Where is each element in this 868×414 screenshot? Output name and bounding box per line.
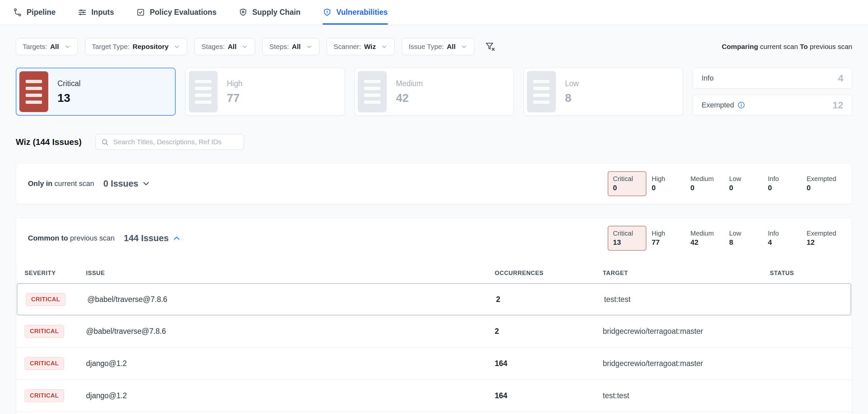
table-row[interactable]: CRITICAL @babel/traverse@7.8.6 2 test:te… [17,283,851,316]
inputs-icon [78,8,87,17]
filter-target-type[interactable]: Target Type: Repository [85,38,187,55]
tab-supply-chain[interactable]: Supply Chain [239,0,300,25]
severity-card-label: Low [565,79,579,88]
target-cell: bridgecrewio/terragoat:master [603,359,770,368]
group-label: Only in current scan [28,179,94,188]
search-input[interactable] [113,138,238,146]
col-header-severity: SEVERITY [25,270,86,277]
tab-vulnerabilities[interactable]: Vulnerabilities [323,0,388,25]
tab-label: Vulnerabilities [336,8,388,17]
chip-low[interactable]: Low 0 [724,171,763,196]
search-box[interactable] [96,134,244,150]
comparing-label: Comparing current scan To previous scan [721,43,852,51]
severity-badge: CRITICAL [26,293,65,306]
severity-card-label: Medium [396,79,423,88]
chip-high[interactable]: High 0 [646,171,685,196]
filter-scanner[interactable]: Scanner: Wiz [327,38,395,55]
severity-cards-row: Critical 13 High 77 Medium 42 Low 8 Info… [16,68,852,116]
filter-steps[interactable]: Steps: All [262,38,319,55]
exempted-card-label: Exempted [702,101,734,110]
chip-medium[interactable]: Medium 42 [685,226,724,251]
chevron-down-icon [142,179,151,188]
group-only-in-current-scan: Only in current scan 0 Issues Critical 0… [16,163,852,204]
table-header: SEVERITY ISSUE OCCURRENCES TARGET STATUS [16,259,852,283]
occurrences-cell: 2 [496,295,604,304]
group-count-toggle[interactable]: 0 Issues [103,179,151,189]
col-header-issue: ISSUE [86,270,495,277]
severity-card-critical[interactable]: Critical 13 [16,68,176,116]
group-header: Only in current scan 0 Issues Critical 0… [16,163,852,204]
tab-label: Inputs [91,8,114,17]
info-card-label: Info [702,74,714,83]
info-card[interactable]: Info 4 [693,68,852,89]
occurrences-cell: 164 [495,359,603,368]
filter-value: Repository [133,43,169,51]
occurrences-cell: 164 [495,391,603,400]
exempted-card[interactable]: Exempted 12 [693,95,852,116]
filter-label: Stages: [201,43,224,51]
chevron-down-icon [64,43,71,50]
chip-exempted[interactable]: Exempted 12 [801,226,840,251]
severity-list-icon [19,71,48,112]
chip-exempted[interactable]: Exempted 0 [801,171,840,196]
chip-critical[interactable]: Critical 0 [608,171,646,196]
table-row[interactable]: CRITICAL @babel/traverse@7.8.6 2 bridgec… [16,316,852,348]
search-icon [101,138,108,146]
chevron-down-icon [381,43,388,50]
chip-info[interactable]: Info 0 [763,171,801,196]
chip-high[interactable]: High 77 [646,226,685,251]
group-count-toggle[interactable]: 144 Issues [124,233,181,243]
filter-stages[interactable]: Stages: All [194,38,255,55]
severity-list-icon [358,71,387,112]
vulnerabilities-icon [323,8,332,17]
col-header-target: TARGET [603,270,770,277]
col-header-status: STATUS [770,270,852,277]
chip-medium[interactable]: Medium 0 [685,171,724,196]
scanner-section-title: Wiz (144 Issues) [16,137,82,147]
tab-label: Policy Evaluations [150,8,216,17]
severity-chips: Critical 0 High 0 Medium 0 Low 0 Info 0 … [608,171,840,196]
severity-card-label: Critical [57,79,81,88]
tab-policy-evaluations[interactable]: Policy Evaluations [136,0,216,25]
chip-info[interactable]: Info 4 [763,226,801,251]
target-cell: bridgecrewio/terragoat:master [603,327,770,336]
chip-low[interactable]: Low 8 [724,226,763,251]
exempted-card-value: 12 [833,99,843,111]
tab-label: Supply Chain [252,8,300,17]
group-common-to-previous-scan: Common to previous scan 144 Issues Criti… [16,217,852,414]
filter-label: Scanner: [334,43,361,51]
severity-card-medium[interactable]: Medium 42 [354,68,514,116]
info-icon[interactable] [737,101,745,109]
severity-badge: CRITICAL [25,389,64,402]
table-row[interactable]: CRITICAL django@1.2 164 bridgecrewio/ter… [16,348,852,380]
filter-value: All [228,43,237,51]
chevron-down-icon [306,43,313,50]
severity-card-low[interactable]: Low 8 [524,68,683,116]
issue-cell: @babel/traverse@7.8.6 [86,327,495,336]
severity-card-high[interactable]: High 77 [185,68,345,116]
chevron-up-icon [172,234,181,243]
group-header: Common to previous scan 144 Issues Criti… [16,218,852,259]
scanner-section-header: Wiz (144 Issues) [16,134,852,150]
filter-value: All [50,43,59,51]
tab-pipeline[interactable]: Pipeline [13,0,56,25]
filter-label: Issue Type: [409,43,444,51]
severity-badge: CRITICAL [25,325,64,338]
filter-targets[interactable]: Targets: All [16,38,78,55]
chip-critical[interactable]: Critical 13 [608,226,646,251]
issue-cell: django@1.2 [86,391,495,400]
filter-issue-type[interactable]: Issue Type: All [402,38,474,55]
filter-label: Targets: [23,43,47,51]
issue-cell: django@1.2 [86,359,495,368]
severity-card-value: 8 [565,91,579,105]
severity-list-icon [189,71,218,112]
comparing-bold: To [800,43,808,50]
tab-label: Pipeline [27,8,56,17]
occurrences-cell: 2 [495,327,603,336]
col-header-occurrences: OCCURRENCES [495,270,603,277]
severity-chips: Critical 13 High 77 Medium 42 Low 8 Info… [608,226,840,251]
table-row[interactable]: CRITICAL django@1.2 164 test:test [16,380,852,412]
clear-filters-button[interactable] [485,41,495,52]
tab-inputs[interactable]: Inputs [78,0,114,25]
filter-value: All [447,43,456,51]
